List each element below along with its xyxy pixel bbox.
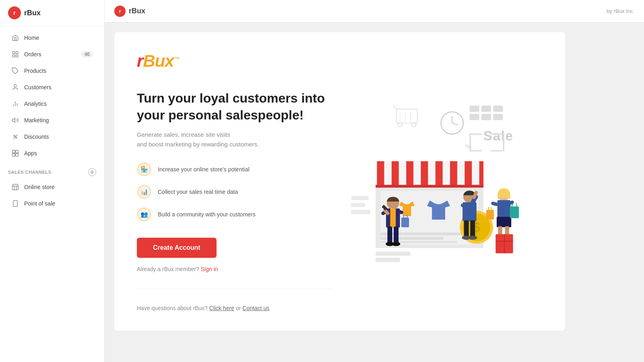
- sidebar-item-home-label: Home: [24, 35, 39, 41]
- svg-point-46: [441, 112, 463, 134]
- sidebar-item-products[interactable]: Products: [3, 63, 101, 79]
- customers-icon: [11, 83, 19, 91]
- svg-rect-36: [470, 114, 479, 120]
- sidebar-item-pos-label: Point of sale: [24, 200, 55, 207]
- svg-rect-101: [486, 210, 494, 220]
- topbar-logo: r rBux: [114, 6, 145, 17]
- sign-in-link[interactable]: Sign in: [201, 266, 218, 272]
- sidebar-item-marketing-label: Marketing: [24, 117, 49, 123]
- svg-line-40: [393, 106, 396, 109]
- svg-rect-54: [490, 150, 503, 151]
- svg-rect-53: [470, 150, 482, 151]
- sub-description: Generate sales, increase site visitsand …: [137, 130, 332, 149]
- apps-icon: [11, 149, 19, 157]
- svg-rect-30: [351, 196, 369, 200]
- svg-rect-78: [401, 218, 409, 227]
- sidebar-item-analytics[interactable]: Analytics: [3, 96, 101, 112]
- svg-point-10: [14, 135, 15, 136]
- sidebar-item-online-store[interactable]: Online store: [3, 179, 101, 195]
- content-layout: Turn your loyal customers into your pers…: [137, 90, 543, 311]
- orders-badge: 46: [81, 51, 93, 58]
- svg-rect-38: [493, 114, 503, 120]
- svg-point-5: [14, 84, 17, 87]
- rbux-brand-logo: rBux™: [137, 51, 543, 71]
- sidebar-item-orders[interactable]: Orders 46: [3, 46, 101, 62]
- svg-rect-56: [503, 134, 504, 152]
- sidebar-item-apps-label: Apps: [24, 150, 37, 156]
- svg-rect-69: [376, 252, 410, 256]
- svg-point-84: [392, 242, 400, 246]
- sidebar-item-home[interactable]: Home: [3, 30, 101, 46]
- online-store-icon: [11, 183, 19, 191]
- sidebar-item-discounts-label: Discounts: [24, 134, 49, 140]
- feature-1-text: Increase your online store's potential: [158, 166, 250, 173]
- left-content: Turn your loyal customers into your pers…: [137, 90, 332, 311]
- brand-title: rBux™: [137, 51, 179, 70]
- feature-2-text: Collect your sales real time data: [158, 189, 238, 195]
- svg-rect-92: [461, 204, 466, 207]
- svg-rect-22: [13, 201, 18, 207]
- topbar-logo-icon: r: [114, 6, 126, 17]
- brand-bux: Bux: [143, 51, 173, 70]
- svg-line-107: [516, 203, 517, 206]
- svg-point-11: [16, 137, 17, 138]
- community-feature-icon: 👥: [137, 207, 151, 222]
- svg-rect-15: [12, 154, 15, 156]
- svg-text:🏪: 🏪: [140, 165, 148, 173]
- svg-rect-14: [16, 150, 19, 153]
- svg-text:Sale: Sale: [483, 128, 513, 143]
- sidebar-logo-icon: r: [8, 6, 21, 19]
- or-separator: or: [236, 305, 242, 311]
- contact-us-link[interactable]: Contact us: [242, 305, 269, 311]
- chart-feature-icon: 📊: [137, 185, 151, 199]
- sales-channels-section: SALES CHANNELS: [0, 162, 104, 179]
- feature-item-3: 👥 Build a community with your customers: [137, 207, 332, 222]
- svg-rect-62: [376, 185, 483, 188]
- sidebar-item-customers-label: Customers: [24, 84, 52, 90]
- svg-text:👥: 👥: [140, 210, 148, 218]
- feature-item-2: 📊 Collect your sales real time data: [137, 185, 332, 199]
- svg-rect-51: [470, 134, 482, 135]
- sidebar-item-orders-label: Orders: [24, 51, 41, 58]
- svg-rect-105: [510, 206, 519, 218]
- click-here-link[interactable]: Click here: [209, 305, 234, 311]
- feature-item-1: 🏪 Increase your online store's potential: [137, 162, 332, 177]
- sidebar-item-point-of-sale[interactable]: Point of sale: [3, 195, 101, 212]
- add-channel-button[interactable]: [88, 168, 96, 176]
- svg-rect-39: [396, 109, 417, 123]
- sidebar-item-customers[interactable]: Customers: [3, 79, 101, 95]
- svg-rect-16: [16, 154, 19, 156]
- brand-r: r: [137, 51, 143, 70]
- svg-rect-31: [351, 203, 365, 207]
- sidebar-item-marketing[interactable]: Marketing: [3, 112, 101, 128]
- sidebar-nav: Home Orders 46 Product: [0, 26, 104, 362]
- svg-marker-9: [12, 118, 15, 123]
- svg-text:📊: 📊: [140, 188, 148, 195]
- sidebar: r rBux Home Order: [0, 0, 105, 362]
- products-icon: [11, 67, 19, 75]
- svg-rect-3: [12, 55, 14, 57]
- svg-rect-99: [497, 217, 511, 227]
- svg-rect-100: [491, 201, 498, 206]
- sidebar-item-analytics-label: Analytics: [24, 101, 47, 107]
- topbar-attribution: by rBux Inc.: [607, 8, 634, 14]
- sidebar-item-apps[interactable]: Apps: [3, 145, 101, 161]
- marketing-icon: [11, 116, 19, 124]
- svg-rect-35: [493, 106, 503, 112]
- discounts-icon: [11, 133, 19, 141]
- svg-rect-19: [12, 186, 19, 190]
- svg-rect-13: [12, 150, 15, 153]
- svg-rect-93: [464, 220, 469, 238]
- sidebar-item-products-label: Products: [24, 68, 46, 74]
- svg-rect-33: [470, 106, 479, 112]
- sidebar-logo-text: rBux: [24, 9, 41, 17]
- create-account-button[interactable]: Create Account: [137, 238, 217, 258]
- svg-rect-55: [470, 134, 471, 152]
- feature-3-text: Build a community with your customers: [158, 211, 256, 218]
- sidebar-item-discounts[interactable]: Discounts: [3, 129, 101, 145]
- svg-line-48: [452, 123, 458, 125]
- sidebar-header: r rBux: [0, 0, 104, 26]
- questions-text: Have questions about rBux?: [137, 305, 208, 311]
- questions-area: Have questions about rBux? Click here or…: [137, 288, 332, 311]
- home-icon: [11, 34, 19, 42]
